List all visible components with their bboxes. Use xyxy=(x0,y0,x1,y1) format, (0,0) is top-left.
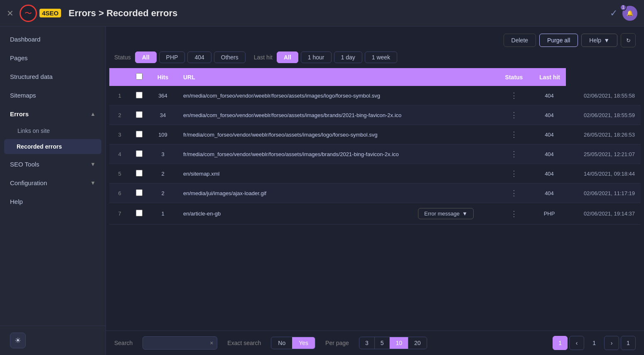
per-page-label: Per page xyxy=(325,340,349,346)
row-context-menu-button[interactable]: ⋮ xyxy=(510,91,518,100)
row-url: en/article-en-gb xyxy=(177,203,412,225)
per-page-3-button[interactable]: 3 xyxy=(359,337,375,349)
row-three-dot-cell: ⋮ xyxy=(495,105,533,125)
row-url: en/media/com_forseo/vendor/weeblr/forseo… xyxy=(177,86,412,105)
row-context-menu-button[interactable]: ⋮ xyxy=(510,130,518,139)
row-checkbox-cell xyxy=(130,164,148,184)
toolbar: Delete Purge all Help ▼ ↻ xyxy=(106,27,644,51)
per-page-20-button[interactable]: 20 xyxy=(408,337,427,349)
row-checkbox-cell xyxy=(130,203,148,225)
row-context-menu-button[interactable]: ⋮ xyxy=(510,210,518,218)
status-others-button[interactable]: Others xyxy=(214,51,246,63)
row-lasthit: 02/06/2021, 11:17:19 xyxy=(566,184,641,203)
status-php-button[interactable]: PHP xyxy=(159,51,185,63)
check-icon: ✓ xyxy=(610,8,617,19)
sidebar-item-configuration[interactable]: Configuration ▼ xyxy=(0,174,106,192)
row-checkbox[interactable] xyxy=(136,170,143,176)
select-all-checkbox[interactable] xyxy=(136,73,143,80)
row-status: PHP xyxy=(533,203,566,225)
row-number: 2 xyxy=(109,105,130,125)
seo-tools-chevron-icon: ▼ xyxy=(90,161,96,167)
row-checkbox-cell xyxy=(130,86,148,105)
pagination: 1 ‹ 1 › 1 xyxy=(553,336,636,350)
status-404-button[interactable]: 404 xyxy=(187,51,211,63)
page-current: 1 xyxy=(586,340,602,346)
row-checkbox[interactable] xyxy=(136,150,143,157)
page-title: Errors > Recorded errors xyxy=(69,8,610,19)
row-url: fr/media/com_forseo/vendor/weeblr/forseo… xyxy=(177,144,412,164)
row-three-dot-cell: ⋮ xyxy=(495,184,533,203)
row-lasthit: 02/06/2021, 19:14:37 xyxy=(566,203,641,225)
logo-circle: 〜 xyxy=(20,5,37,22)
sidebar: Dashboard Pages Structured data Sitemaps… xyxy=(0,27,106,355)
row-url: en/media/jui/images/ajax-loader.gif xyxy=(177,184,412,203)
delete-button[interactable]: Delete xyxy=(504,34,536,47)
errors-chevron-icon: ▲ xyxy=(90,111,96,117)
table-row: 5 2 en/sitemap.xml ⋮ 404 14/05/2021, 09:… xyxy=(109,164,641,184)
row-url: en/sitemap.xml xyxy=(177,164,412,184)
logo-icon: 〜 xyxy=(25,8,32,18)
table-container: Hits URL Status Last hit 1 364 en/media/… xyxy=(108,68,642,331)
exact-search-yes-button[interactable]: Yes xyxy=(292,337,315,349)
row-checkbox[interactable] xyxy=(136,92,143,98)
row-context-menu-button[interactable]: ⋮ xyxy=(510,150,518,158)
row-lasthit: 02/06/2021, 18:55:59 xyxy=(566,105,641,125)
error-msg-chevron-icon: ▼ xyxy=(462,211,467,217)
purge-all-button[interactable]: Purge all xyxy=(539,34,578,47)
row-checkbox[interactable] xyxy=(136,111,143,118)
status-all-button[interactable]: All xyxy=(135,51,157,63)
sidebar-item-seo-tools[interactable]: SEO Tools ▼ xyxy=(0,155,106,174)
sidebar-item-sitemaps[interactable]: Sitemaps xyxy=(0,86,106,105)
table-row: 3 109 fr/media/com_forseo/vendor/weeblr/… xyxy=(109,125,641,144)
row-action-cell: Error message ▼ xyxy=(412,203,495,225)
sidebar-item-pages[interactable]: Pages xyxy=(0,49,106,67)
status-filter-group: Status All PHP 404 Others xyxy=(114,51,246,63)
search-clear-button[interactable]: × xyxy=(210,340,213,346)
table-scroll[interactable]: Hits URL Status Last hit 1 364 en/media/… xyxy=(109,68,641,331)
lasthit-1hour-button[interactable]: 1 hour xyxy=(301,51,332,63)
configuration-chevron-icon: ▼ xyxy=(90,180,96,186)
page-last-button[interactable]: 1 xyxy=(621,336,636,350)
row-hits: 2 xyxy=(148,184,177,203)
avatar[interactable]: 1 🔔 xyxy=(622,6,637,21)
row-hits: 1 xyxy=(148,203,177,225)
sidebar-item-structured-data[interactable]: Structured data xyxy=(0,67,106,86)
filter-bar: Status All PHP 404 Others Last hit All 1… xyxy=(106,51,644,68)
sidebar-item-dashboard[interactable]: Dashboard xyxy=(0,30,106,49)
refresh-button[interactable]: ↻ xyxy=(621,33,636,47)
lasthit-1week-button[interactable]: 1 week xyxy=(365,51,397,63)
close-button[interactable]: ✕ xyxy=(7,8,14,18)
table-row: 7 1 en/article-en-gb Error message ▼ ⋮ P… xyxy=(109,203,641,225)
lasthit-all-button[interactable]: All xyxy=(277,51,298,63)
row-number: 6 xyxy=(109,184,130,203)
error-message-button[interactable]: Error message ▼ xyxy=(418,208,474,219)
sidebar-sub-links-on-site[interactable]: Links on site xyxy=(0,123,106,138)
row-checkbox-cell xyxy=(130,125,148,144)
sidebar-item-help[interactable]: Help xyxy=(0,192,106,211)
row-checkbox[interactable] xyxy=(136,210,143,216)
row-checkbox[interactable] xyxy=(136,189,143,196)
row-context-menu-button[interactable]: ⋮ xyxy=(510,111,518,119)
main-layout: Dashboard Pages Structured data Sitemaps… xyxy=(0,27,644,355)
sidebar-sub-recorded-errors[interactable]: Recorded errors xyxy=(4,139,101,154)
sidebar-item-errors[interactable]: Errors ▲ xyxy=(0,105,106,123)
help-button[interactable]: Help ▼ xyxy=(581,34,617,47)
exact-search-no-button[interactable]: No xyxy=(271,337,292,349)
row-status: 404 xyxy=(533,184,566,203)
lasthit-1day-button[interactable]: 1 day xyxy=(334,51,362,63)
page-first-button[interactable]: 1 xyxy=(553,336,568,350)
per-page-5-button[interactable]: 5 xyxy=(375,337,390,349)
col-lasthit: Last hit xyxy=(533,68,566,86)
row-three-dot-cell: ⋮ xyxy=(495,125,533,144)
row-context-menu-button[interactable]: ⋮ xyxy=(510,169,518,178)
page-next-button[interactable]: › xyxy=(604,336,619,350)
per-page-10-button[interactable]: 10 xyxy=(390,337,408,349)
theme-toggle-button[interactable]: ☀ xyxy=(10,333,26,348)
search-input[interactable] xyxy=(143,336,217,350)
row-hits: 34 xyxy=(148,105,177,125)
row-lasthit: 25/05/2021, 12:21:07 xyxy=(566,144,641,164)
row-context-menu-button[interactable]: ⋮ xyxy=(510,189,518,197)
page-prev-button[interactable]: ‹ xyxy=(569,336,584,350)
row-checkbox[interactable] xyxy=(136,131,143,137)
table-row: 4 3 fr/media/com_forseo/vendor/weeblr/fo… xyxy=(109,144,641,164)
